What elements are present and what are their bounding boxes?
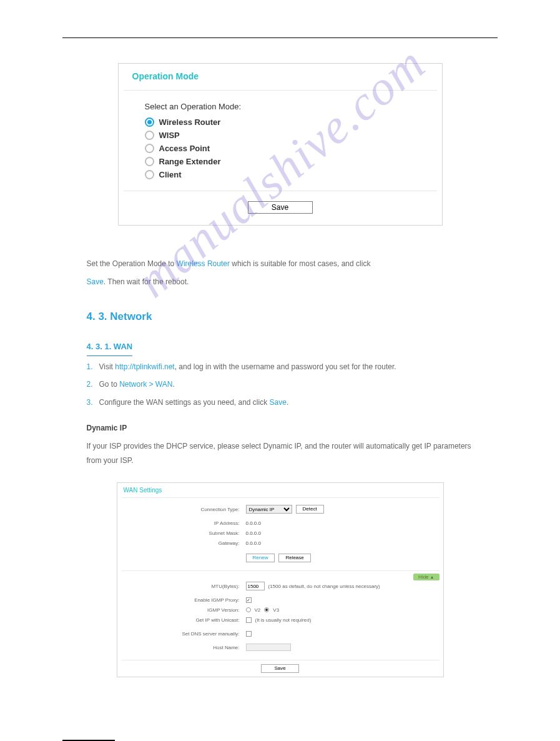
unicast-checkbox[interactable]	[246, 617, 252, 623]
release-button[interactable]: Release	[278, 554, 310, 562]
igmp-proxy-label: Enable IGMP Proxy:	[117, 597, 242, 603]
radio-icon	[145, 117, 154, 127]
gateway-value: 0.0.0.0	[246, 540, 261, 546]
detect-button[interactable]: Detect	[296, 505, 324, 514]
radio-label: WISP	[159, 131, 180, 140]
dynamic-ip-paragraph: If your ISP provides the DHCP service, p…	[87, 439, 474, 468]
radio-label: Wireless Router	[159, 117, 221, 127]
chevron-up-icon: ▲	[430, 575, 435, 579]
subnet-mask-label: Subnet Mask:	[117, 530, 242, 536]
radio-client[interactable]: Client	[145, 170, 442, 179]
igmp-v3-radio[interactable]	[264, 607, 269, 612]
body-paragraph: Set the Operation Mode to Wireless Route…	[87, 257, 474, 271]
step-1: 1. Visit http://tplinkwifi.net, and log …	[87, 360, 474, 374]
section-heading-wan: 4. 3. 1. WAN	[87, 339, 133, 356]
page-top-rule	[62, 37, 498, 38]
radio-access-point[interactable]: Access Point	[145, 144, 442, 153]
radio-label: Range Extender	[159, 157, 221, 166]
igmp-v2-label: V2	[255, 607, 261, 613]
radio-wireless-router[interactable]: Wireless Router	[145, 117, 442, 127]
host-name-label: Host Name:	[117, 645, 242, 650]
body-paragraph: Save. Then wait for the reboot.	[87, 275, 474, 289]
save-button[interactable]: Save	[261, 664, 298, 673]
separator	[124, 191, 437, 191]
dns-manual-checkbox[interactable]	[246, 631, 252, 637]
unicast-hint: (It is usually not required)	[255, 617, 312, 623]
gateway-label: Gateway:	[117, 540, 242, 546]
radio-icon	[145, 157, 154, 166]
hide-toggle[interactable]: Hide▲	[413, 574, 439, 580]
save-button[interactable]: Save	[248, 201, 313, 214]
radio-icon	[145, 170, 154, 179]
ip-address-label: IP Address:	[117, 520, 242, 526]
select-mode-label: Select an Operation Mode:	[145, 102, 442, 111]
step-3: 3. Configure the WAN settings as you nee…	[87, 395, 474, 410]
radio-icon	[145, 131, 154, 140]
section-heading-network: 4. 3. Network	[87, 307, 474, 327]
renew-button[interactable]: Renew	[246, 554, 275, 562]
ip-address-value: 0.0.0.0	[246, 520, 261, 526]
subnet-mask-value: 0.0.0.0	[246, 530, 261, 536]
igmp-version-label: IGMP Version:	[117, 607, 242, 613]
mtu-input[interactable]	[246, 582, 265, 590]
radio-label: Access Point	[159, 144, 210, 153]
radio-range-extender[interactable]: Range Extender	[145, 157, 442, 166]
mtu-hint: (1500 as default, do not change unless n…	[268, 584, 380, 589]
dynamic-ip-heading: Dynamic IP	[87, 421, 474, 435]
dns-manual-label: Set DNS server manually:	[117, 631, 242, 637]
igmp-proxy-checkbox[interactable]: ✓	[246, 597, 252, 603]
separator	[124, 90, 437, 91]
operation-mode-panel: Operation Mode Select an Operation Mode:…	[118, 63, 443, 226]
radio-wisp[interactable]: WISP	[145, 131, 442, 140]
connection-type-label: Connection Type:	[117, 507, 242, 512]
host-name-input[interactable]	[246, 644, 291, 651]
radio-label: Client	[159, 170, 182, 179]
panel-title: WAN Settings	[117, 483, 443, 497]
panel-title: Operation Mode	[119, 71, 442, 90]
mtu-label: MTU(Bytes):	[117, 584, 242, 589]
wan-settings-panel: WAN Settings Connection Type: Dynamic IP…	[117, 482, 444, 677]
radio-icon	[145, 144, 154, 153]
igmp-v3-label: V3	[273, 607, 279, 613]
step-2: 2. Go to Network > WAN.	[87, 377, 474, 392]
igmp-v2-radio[interactable]	[246, 607, 251, 612]
connection-type-select[interactable]: Dynamic IP	[246, 505, 292, 514]
unicast-label: Get IP with Unicast:	[117, 617, 242, 623]
